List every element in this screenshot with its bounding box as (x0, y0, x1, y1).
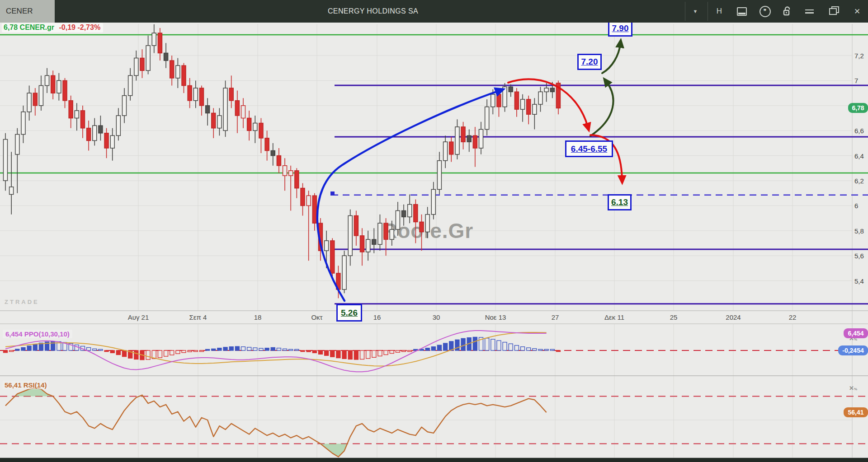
candle-body (330, 241, 335, 273)
ppo-histogram-bar (396, 350, 400, 352)
tab-cener[interactable]: CENER (0, 0, 55, 23)
ppo-indicator-label[interactable]: 6,454 PPO(10,30,10) (3, 330, 72, 338)
ppo-histogram-bar (455, 340, 459, 350)
chart-canvas[interactable]: Roole.Gr (0, 0, 868, 462)
ppo-histogram-bar (265, 348, 269, 350)
date-axis-label: Σεπ 4 (189, 313, 207, 321)
ppo-histogram-bar (241, 347, 245, 350)
date-axis-label: 18 (254, 313, 262, 321)
ppo-histogram-bar (123, 350, 127, 357)
rsi-extreme-fill (321, 444, 347, 457)
ppo-histogram-bar (259, 348, 263, 350)
ppo-histogram-bar (544, 350, 548, 351)
ppo-histogram-bar (384, 350, 388, 355)
layout-panel-button[interactable] (733, 0, 751, 23)
dashed-line-handle[interactable] (330, 191, 335, 196)
date-axis-label: Αυγ 21 (128, 313, 149, 321)
news-quotes-button[interactable]: ❞ (756, 0, 774, 23)
target-up-arrow[interactable] (602, 44, 620, 73)
menu-button[interactable] (800, 0, 818, 23)
price-axis-label: 7,2 (854, 52, 864, 60)
date-axis-label: 16 (373, 313, 381, 321)
date-axis-label: 25 (670, 313, 678, 321)
ppo-histogram-bar (164, 350, 168, 356)
candle-body (467, 135, 471, 142)
candle-body (431, 189, 435, 214)
candle-body (45, 75, 49, 85)
ppo-histogram-bar (325, 350, 329, 355)
price-axis-label: 7 (854, 77, 858, 84)
candle-body (550, 88, 554, 92)
annotation-price-box[interactable]: 7.90 (608, 20, 632, 37)
date-axis-label: Δεκ 11 (604, 313, 624, 321)
panel-icon (737, 7, 747, 16)
window-bottom-edge (0, 458, 868, 462)
candle-body (408, 205, 412, 217)
close-window-button[interactable]: ✕ (848, 0, 866, 23)
price-axis-label: 6,6 (854, 127, 864, 135)
candle-body (420, 222, 424, 232)
ppo-histogram-bar (134, 350, 138, 359)
candle-body (372, 239, 376, 244)
candle-body (283, 166, 287, 176)
candle-body (491, 94, 495, 107)
candle-body (360, 236, 364, 252)
rsi-line (5, 388, 547, 457)
annotation-price-box[interactable]: 6.45-6.55 (565, 140, 613, 157)
candle-body (390, 229, 394, 239)
candle-body (223, 88, 227, 131)
ppo-histogram-bar (521, 347, 525, 350)
candle-body (271, 151, 275, 156)
candle-body (533, 104, 537, 114)
candle-body (128, 75, 132, 95)
ppo-histogram-bar (212, 349, 216, 350)
window-title: CENERGY HOLDINGS SA (328, 0, 418, 23)
ppo-value-badge: 6,454 (844, 328, 868, 338)
candle-body (253, 123, 257, 131)
annotation-price-box[interactable]: 6.13 (608, 194, 632, 210)
percent-scale-icon[interactable]: ✕% (849, 385, 857, 392)
date-axis-label: Νοε 13 (485, 313, 506, 321)
ppo-histogram-bar (366, 350, 370, 359)
bounce-arrow[interactable] (590, 82, 613, 136)
restore-window-button[interactable] (824, 0, 842, 23)
ppo-histogram-bar (229, 347, 233, 350)
ppo-histogram-bar (437, 345, 441, 350)
candle-body (289, 171, 293, 176)
candle-body (521, 99, 525, 109)
ppo-histogram-bar (104, 350, 108, 352)
candle-body (217, 116, 222, 128)
ppo-histogram-bar (33, 344, 37, 350)
pullback-arrow[interactable] (508, 79, 588, 126)
candle-body (473, 135, 477, 148)
candle-body (27, 93, 31, 112)
rsi-value-badge: 56,41 (844, 407, 868, 417)
h-tool-button[interactable]: H (710, 0, 728, 23)
symbol-dropdown-button[interactable]: ▼ (686, 0, 704, 23)
ppo-histogram-bar (538, 350, 542, 351)
ppo-histogram-bar (336, 350, 340, 358)
ppo-histogram-bar (9, 350, 14, 352)
ppo-histogram-bar (330, 350, 335, 357)
annotation-price-box[interactable]: 5.26 (336, 304, 362, 322)
ppo-histogram-bar (497, 341, 501, 350)
rsi-indicator-label[interactable]: 56,41 RSI(14) (3, 381, 48, 389)
ppo-histogram-bar (235, 346, 239, 350)
unlock-button[interactable] (778, 0, 796, 23)
ppo-histogram-bar (158, 350, 162, 358)
candle-body (509, 87, 513, 92)
ppo-histogram-bar (283, 349, 287, 350)
candle-body (199, 88, 203, 106)
ppo-histogram-bar (99, 350, 103, 351)
ppo-histogram-bar (307, 350, 311, 352)
quotes-icon: ❞ (760, 6, 771, 17)
candle-body (39, 85, 43, 105)
candle-body (69, 101, 73, 118)
candle-body (479, 129, 483, 148)
candle-body (51, 75, 55, 93)
candle-body (348, 216, 352, 256)
date-axis-label: 2024 (726, 313, 741, 321)
annotation-price-box[interactable]: 7.20 (577, 54, 602, 70)
ppo-histogram-bar (348, 350, 352, 359)
candle-body (449, 142, 453, 154)
